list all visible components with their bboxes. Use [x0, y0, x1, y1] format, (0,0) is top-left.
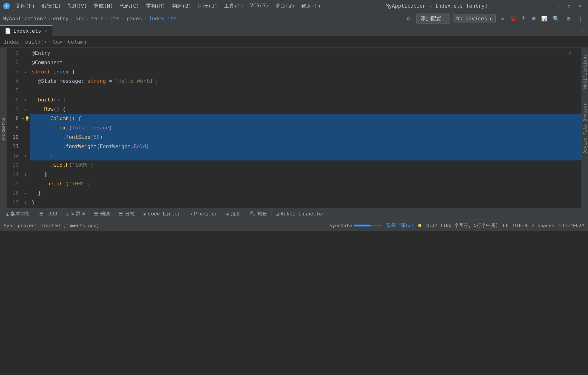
line-count[interactable]: 211:4062M [559, 223, 584, 228]
bottom-tab-profiler[interactable]: → Profiler [185, 208, 222, 219]
bottom-tab-duandiao[interactable]: ☰ 端调 [90, 208, 114, 219]
code-line-12: } [30, 151, 581, 161]
menu-window[interactable]: 窗口(W) [272, 2, 298, 10]
menu-run[interactable]: 运行(U) [195, 2, 221, 10]
menu-edit[interactable]: 编辑(E) [38, 2, 64, 10]
arkui-label: ArkUI Inspector [281, 211, 325, 217]
add-config-button[interactable]: 添加配置... [416, 13, 450, 24]
notifications-sidebar: Notifications Device File Browser [581, 48, 588, 208]
bottom-tab-log[interactable]: ☰ 日志 [114, 208, 139, 219]
code-area[interactable]: 1 2 3 4 5 6 7 8 9 10 11 12 13 14 15 16 1… [7, 48, 581, 208]
settings-icon[interactable]: ⚙ [404, 14, 413, 23]
codelinter-icon: ◈ [143, 211, 146, 217]
code-content[interactable]: @Entry @Component struct Index { @State [30, 48, 581, 208]
search-icon[interactable]: 🔍 [552, 14, 561, 23]
warning-dot-icon [418, 224, 421, 227]
service-label: 服务 [231, 211, 241, 217]
sync-progress-fill [354, 224, 370, 226]
bookmarks-label[interactable]: Bookmarks [1, 118, 6, 142]
menu-help[interactable]: 帮助(H) [298, 2, 324, 10]
code-breadcrumb-index[interactable]: Index [4, 39, 19, 45]
coverage-button[interactable]: 📊 [539, 14, 549, 23]
tab-more-icon[interactable]: ≡ [577, 28, 588, 34]
run-button[interactable]: ▶ [498, 14, 508, 23]
app-logo: A [3, 2, 10, 10]
breadcrumb-main[interactable]: main [91, 16, 104, 21]
stop-button[interactable]: ⏹ [529, 14, 538, 23]
breadcrumb-src[interactable]: src [75, 16, 84, 21]
gear-icon[interactable]: ⚙ [564, 14, 573, 23]
breadcrumb-myapplication2[interactable]: MyApplication2 [3, 16, 46, 21]
bottom-tab-problems[interactable]: ⚠ 问题 [62, 208, 90, 219]
code-line-5 [30, 86, 581, 95]
bottom-tab-codelinter[interactable]: ◈ Code Linter [139, 208, 185, 219]
line-ending[interactable]: LF [503, 223, 508, 228]
duandiao-label: 端调 [100, 211, 110, 217]
problems-label: 问题 [71, 211, 81, 217]
fold-icon-3[interactable]: ▾ [21, 67, 30, 77]
menu-file[interactable]: 文件(F) [12, 2, 38, 10]
close-button[interactable]: ✕ [575, 2, 585, 10]
bottom-tab-service[interactable]: ◈ 服务 [222, 208, 245, 219]
fold-icon-17[interactable]: ▾ [21, 198, 30, 207]
toolbar-right: ⚙ 添加配置... No Devices ▾ ▶ 🐞 ⏱ ⏹ 📊 🔍 ⚙ ⋮ [404, 13, 585, 24]
fold-icon-14[interactable]: ▾ [21, 170, 30, 179]
code-breadcrumb-column[interactable]: Column [68, 39, 86, 45]
breadcrumb-indexets[interactable]: Index.ets [149, 16, 177, 21]
menu-tools[interactable]: 工具(T) [221, 2, 247, 10]
show-all-button[interactable]: 显示全部(2) [386, 222, 413, 229]
notifications-label[interactable]: Notifications [582, 54, 588, 89]
line-count-text: 211:4062M [559, 223, 584, 228]
lightbulb-icon[interactable]: 💡 [24, 116, 30, 121]
bottom-tab-build[interactable]: 🔨 构建 [245, 208, 272, 219]
window-controls: — ☐ ✕ [553, 2, 585, 10]
code-line-15: . height ( '100%' ) [30, 179, 581, 188]
menu-view[interactable]: 视图(V) [64, 2, 91, 10]
indent-setting[interactable]: 2 spaces [532, 223, 554, 228]
minimize-button[interactable]: — [553, 2, 564, 10]
breadcrumb-ets[interactable]: ets [110, 16, 120, 21]
restore-button[interactable]: ☐ [564, 2, 575, 10]
code-line-6: build () { [30, 95, 581, 104]
encoding[interactable]: UTF-8 [513, 223, 527, 228]
more-options-icon[interactable]: ⋮ [576, 14, 585, 23]
breadcrumb-pages[interactable]: pages [126, 16, 142, 21]
bottom-tab-arkui[interactable]: ◫ ArkUI Inspector [272, 208, 329, 219]
sync-progress-bar [354, 224, 382, 226]
code-line-16: } [30, 188, 581, 198]
menu-build[interactable]: 构建(B) [169, 2, 195, 10]
profile-button[interactable]: ⏱ [519, 14, 528, 23]
sync-data[interactable]: SyncData [329, 223, 382, 228]
code-line-9: Text ( this . message ) [30, 123, 581, 132]
menu-code[interactable]: 代码(C) [116, 2, 143, 10]
menu-vcs[interactable]: VCS(S) [247, 2, 272, 10]
left-sidebar: Bookmarks [0, 48, 7, 208]
bottom-tab-todo[interactable]: ☰ TODO [35, 208, 62, 219]
profiler-icon: → [189, 211, 192, 217]
device-selector[interactable]: No Devices ▾ [453, 14, 496, 23]
chevron-down-icon: ▾ [489, 16, 492, 21]
fold-icon-8[interactable]: ▾ [22, 116, 24, 121]
fold-icon-6[interactable]: ▾ [21, 95, 30, 104]
build-label: 构建 [257, 211, 267, 217]
breadcrumb-entry[interactable]: entry [53, 16, 68, 21]
menu-navigate[interactable]: 导航(N) [90, 2, 116, 10]
device-file-browser-label[interactable]: Device File Browser [582, 103, 588, 153]
service-icon: ◈ [226, 211, 229, 217]
code-breadcrumb-row[interactable]: Row [52, 39, 62, 45]
menu-refactor[interactable]: 重构(R) [143, 2, 169, 10]
problems-count-dot [82, 213, 85, 215]
debug-button[interactable]: 🐞 [509, 14, 518, 23]
cursor-position[interactable]: 8:17 (100 个字符, 5行个中断) [426, 222, 498, 229]
sync-message[interactable]: Sync project started (moments ago) [4, 223, 99, 228]
tab-close-icon[interactable]: ✕ [43, 28, 48, 34]
code-line-4: @State message: string = 'Hello World' ; [30, 77, 581, 86]
tab-indexets[interactable]: 📄 Index.ets ✕ [0, 25, 53, 36]
code-breadcrumb-build[interactable]: build() [25, 39, 47, 45]
log-label: 日志 [125, 211, 135, 217]
fold-icon-16[interactable]: ▾ [21, 188, 30, 198]
fold-icon-7[interactable]: ▾ [21, 104, 30, 114]
fold-icon-12[interactable]: ▾ [21, 151, 30, 161]
tab-label: Index.ets [13, 28, 41, 34]
bottom-tab-vcs[interactable]: ◫ 版本控制 [2, 208, 35, 219]
